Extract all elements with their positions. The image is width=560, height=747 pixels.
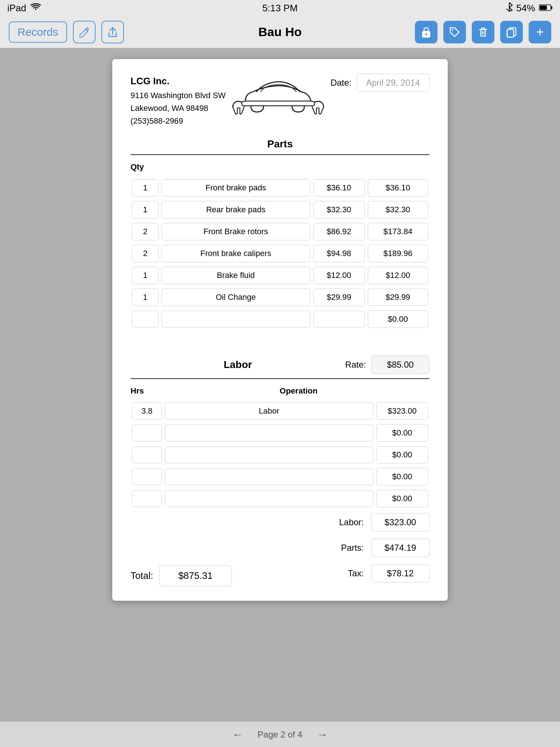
labor-hrs-4[interactable] xyxy=(132,490,162,507)
labor-op-2[interactable] xyxy=(165,446,373,463)
labor-title: Labor xyxy=(223,359,252,370)
company-address2: Lakewood, WA 98498 xyxy=(131,102,226,115)
parts-row: 1 Rear brake pads $32.30 $32.30 xyxy=(131,199,429,221)
parts-row: $0.00 xyxy=(131,308,429,330)
document: LCG Inc. 9116 Washington Blvd SW Lakewoo… xyxy=(112,59,448,601)
part-qty-1[interactable]: 1 xyxy=(132,201,159,218)
part-desc-4[interactable]: Brake fluid xyxy=(162,267,310,284)
date-value[interactable]: April 29, 2014 xyxy=(357,74,429,92)
part-unit-0[interactable]: $36.10 xyxy=(313,179,365,197)
part-qty-6[interactable] xyxy=(132,311,159,328)
labor-hrs-2[interactable] xyxy=(132,446,162,463)
battery-text: 54% xyxy=(516,3,535,14)
labor-header: Labor Rate: $85.00 xyxy=(131,356,429,379)
part-qty-0[interactable]: 1 xyxy=(132,179,159,197)
part-desc-3[interactable]: Front brake calipers xyxy=(162,245,310,262)
parts-row: 2 Front brake calipers $94.98 $189.96 xyxy=(131,243,429,264)
page-info: Page 2 of 4 xyxy=(258,729,303,740)
part-desc-6[interactable] xyxy=(162,311,310,328)
part-desc-1[interactable]: Rear brake pads xyxy=(162,201,310,218)
svg-rect-8 xyxy=(507,29,514,37)
svg-rect-1 xyxy=(551,6,552,9)
labor-row: 3.8 Labor $323.00 xyxy=(131,400,429,422)
share-button[interactable] xyxy=(101,21,124,43)
part-desc-2[interactable]: Front Brake rotors xyxy=(162,223,310,240)
parts-row: 1 Oil Change $29.99 $29.99 xyxy=(131,286,429,308)
hrs-label: Hrs xyxy=(131,386,163,396)
part-desc-5[interactable]: Oil Change xyxy=(162,289,310,306)
svg-point-5 xyxy=(425,33,427,35)
svg-rect-2 xyxy=(540,5,547,10)
parts-row: 2 Front Brake rotors $86.92 $173.84 xyxy=(131,221,429,243)
part-total-0: $36.10 xyxy=(368,179,428,197)
part-desc-0[interactable]: Front brake pads xyxy=(162,179,310,197)
records-button[interactable]: Records xyxy=(9,22,67,43)
total-value: $875.31 xyxy=(159,565,232,586)
part-unit-6[interactable] xyxy=(313,311,365,328)
date-label: Date: xyxy=(331,78,351,88)
part-qty-3[interactable]: 2 xyxy=(132,245,159,262)
company-name: LCG Inc. xyxy=(131,74,226,89)
add-button[interactable]: + xyxy=(529,21,551,43)
part-unit-5[interactable]: $29.99 xyxy=(313,289,365,306)
part-qty-5[interactable]: 1 xyxy=(132,289,159,306)
tag-button[interactable] xyxy=(443,21,466,43)
next-page-button[interactable]: → xyxy=(317,728,328,741)
labor-hrs-3[interactable] xyxy=(132,468,162,485)
part-total-6: $0.00 xyxy=(368,310,428,328)
company-phone: (253)588-2969 xyxy=(131,115,226,127)
time-display: 5:13 PM xyxy=(262,3,298,13)
parts-table: 1 Front brake pads $36.10 $36.10 1 Rear … xyxy=(131,177,429,330)
part-qty-2[interactable]: 2 xyxy=(132,223,159,240)
parts-total-value: $474.19 xyxy=(371,539,429,557)
part-total-3: $189.96 xyxy=(368,245,428,262)
part-unit-4[interactable]: $12.00 xyxy=(313,267,365,284)
labor-total-2: $0.00 xyxy=(376,446,428,464)
labor-total-0: $323.00 xyxy=(376,402,428,420)
qty-label: Qty xyxy=(131,162,429,172)
date-area: Date: April 29, 2014 xyxy=(331,74,429,92)
part-qty-4[interactable]: 1 xyxy=(132,267,159,284)
labor-op-1[interactable] xyxy=(165,425,373,441)
company-address1: 9116 Washington Blvd SW xyxy=(131,89,226,102)
company-info: LCG Inc. 9116 Washington Blvd SW Lakewoo… xyxy=(131,74,226,127)
labor-hrs-1[interactable] xyxy=(132,425,162,441)
parts-row: 1 Front brake pads $36.10 $36.10 xyxy=(131,177,429,199)
part-unit-3[interactable]: $94.98 xyxy=(313,245,365,262)
main-area: LCG Inc. 9116 Washington Blvd SW Lakewoo… xyxy=(0,48,560,747)
rate-label: Rate: xyxy=(345,360,366,370)
labor-total-value: $323.00 xyxy=(371,513,429,531)
labor-table: 3.8 Labor $323.00 $0.00 $0.00 $0.00 $0.0… xyxy=(131,400,429,510)
labor-op-4[interactable] xyxy=(165,490,373,507)
part-unit-1[interactable]: $32.30 xyxy=(313,201,365,218)
rate-value[interactable]: $85.00 xyxy=(371,356,429,374)
part-total-5: $29.99 xyxy=(368,289,428,306)
parts-title: Parts xyxy=(131,138,429,155)
part-unit-2[interactable]: $86.92 xyxy=(313,223,365,240)
lock-button[interactable] xyxy=(415,21,438,43)
prev-page-button[interactable]: ← xyxy=(232,728,243,741)
edit-button[interactable] xyxy=(73,21,96,43)
bluetooth-icon xyxy=(506,2,513,14)
labor-total-3: $0.00 xyxy=(376,468,428,485)
labor-op-3[interactable] xyxy=(165,468,373,485)
total-label: Total: xyxy=(131,570,153,581)
part-total-2: $173.84 xyxy=(368,223,428,240)
labor-hrs-0[interactable]: 3.8 xyxy=(132,402,162,420)
device-label: iPad xyxy=(7,3,26,14)
labor-row: $0.00 xyxy=(131,422,429,444)
copy-button[interactable] xyxy=(500,21,523,43)
labor-op-0[interactable]: Labor xyxy=(165,402,373,420)
labor-row: $0.00 xyxy=(131,466,429,488)
page-title: Bau Ho xyxy=(258,25,302,39)
part-total-1: $32.30 xyxy=(368,201,428,218)
trash-button[interactable] xyxy=(472,21,494,43)
labor-row: $0.00 xyxy=(131,488,429,510)
svg-point-6 xyxy=(452,29,453,31)
rate-area: Rate: $85.00 xyxy=(345,356,429,374)
labor-row: $0.00 xyxy=(131,444,429,466)
operation-label: Operation xyxy=(168,386,429,396)
tax-label: Tax: xyxy=(335,568,364,578)
nav-bar: Records Bau Ho xyxy=(0,16,560,48)
labor-total-4: $0.00 xyxy=(376,490,428,507)
